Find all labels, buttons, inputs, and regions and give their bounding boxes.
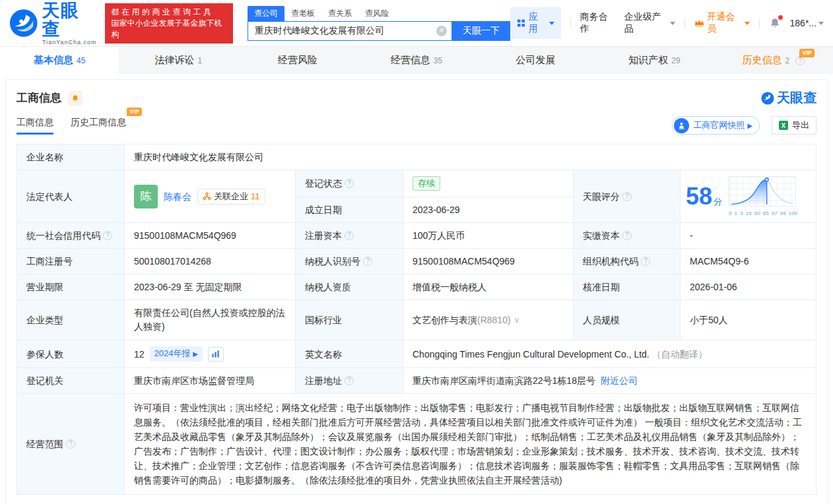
tab-label: 经营信息 xyxy=(391,54,430,67)
legal-rep-name-link[interactable]: 陈春会 xyxy=(164,190,191,203)
slogan-line1: 都在用的商业查询工具 xyxy=(112,7,226,18)
annual-report-label: 2024年报 xyxy=(154,348,191,358)
field-label-text: 组织机构代码 xyxy=(583,255,638,268)
field-label: 人员规模 xyxy=(574,300,681,340)
nearby-companies-link[interactable]: 附近公司 xyxy=(601,374,638,387)
field-label-text: 登记状态 xyxy=(305,177,342,190)
field-label: 核准日期 xyxy=(574,274,681,299)
field-label: 组织机构代码 xyxy=(574,249,681,274)
tab-legal-proceedings[interactable]: 法律诉讼 1 xyxy=(119,47,238,74)
chevron-down-icon xyxy=(549,22,554,28)
search-tabs: 查公司 查老板 查关系 查风险 xyxy=(248,6,510,21)
help-icon[interactable] xyxy=(622,192,632,201)
tab-intellectual-property[interactable]: 知识产权 29 xyxy=(595,47,714,74)
score-curve xyxy=(729,176,796,206)
slogan-line2: 国家中小企业发展子基金旗下机构 xyxy=(112,18,226,40)
help-icon[interactable] xyxy=(363,257,372,266)
help-icon[interactable] xyxy=(641,257,650,266)
snapshot-button-label: 工商官网快照 xyxy=(693,119,745,131)
slogan-banner: 都在用的商业查询工具 国家中小企业发展子基金旗下机构 xyxy=(105,3,233,44)
tab-count: 2 xyxy=(785,56,789,65)
chevron-down-icon[interactable]: ∨ xyxy=(514,313,520,327)
search-tab-relation[interactable]: 查关系 xyxy=(321,6,358,21)
export-button[interactable]: 导出 xyxy=(772,116,816,135)
field-label: 英文名称 xyxy=(296,340,403,367)
stamp-icon xyxy=(674,118,689,133)
tab-basic-info[interactable]: 基本信息 45 xyxy=(0,47,119,74)
english-name-value: Chongqing Times Fengjun Cultural Develop… xyxy=(413,348,650,361)
tianyancha-logo[interactable]: 天眼查 TianYanCha.com xyxy=(9,1,97,46)
chevron-down-icon xyxy=(818,22,824,28)
tab-operational-risk[interactable]: 经营风险 xyxy=(238,47,357,74)
industry-cell: 文艺创作与表演 (R8810) ∨ xyxy=(403,300,574,340)
field-label: 企业类型 xyxy=(17,300,125,340)
related-companies-badge[interactable]: 关联企业 11 xyxy=(197,189,265,205)
legal-rep-cell: 陈 陈春会 关联企业 11 xyxy=(125,170,296,222)
subtab-business-registration[interactable]: 工商信息 xyxy=(17,117,53,135)
score-value[interactable]: 58 分 xyxy=(686,185,722,208)
help-icon[interactable] xyxy=(345,179,354,188)
subtab-history-registration[interactable]: VIP 历史工商信息 xyxy=(71,117,126,135)
search-input[interactable] xyxy=(248,21,452,41)
help-icon[interactable] xyxy=(345,376,354,385)
nav-open-vip-label: 开通会员 xyxy=(707,11,741,35)
tianyancha-logo-icon xyxy=(9,9,38,38)
official-snapshot-button[interactable]: 工商官网快照 ▶ xyxy=(672,116,760,135)
search-button[interactable]: 天眼一下 xyxy=(452,21,510,41)
nav-business-cooperation[interactable]: 商务合作 xyxy=(580,11,615,35)
watermark-text: 天眼查 xyxy=(777,89,816,107)
clear-search-icon[interactable]: × xyxy=(436,26,447,36)
industry-code: (R8810) xyxy=(477,313,511,327)
field-label: 实缴资本 xyxy=(574,223,681,248)
table-row: 经营范围 许可项目：营业性演出；演出经纪；网络文化经营；电子出版物制作；出版物零… xyxy=(17,394,816,495)
chevron-down-icon xyxy=(670,22,675,28)
tab-label: 基本信息 xyxy=(34,54,73,67)
field-label-text: 统一社会信用代码 xyxy=(26,229,100,242)
status-badge: 存续 xyxy=(413,176,440,191)
tab-label: 历史信息 xyxy=(742,54,782,67)
nav-apps[interactable]: 应用 xyxy=(510,7,561,39)
reg-status-cell: 存续 xyxy=(403,170,573,197)
arrow-right-icon: ▶ xyxy=(193,350,198,358)
table-row: 营业期限 2023-06-29 至 无固定期限 纳税人资质 增值税一般纳税人 核… xyxy=(17,274,816,300)
chevron-down-icon xyxy=(745,22,750,28)
table-row: 法定代表人 陈 陈春会 关联企业 11 登记状态 xyxy=(17,170,816,223)
field-label: 纳税人识别号 xyxy=(296,249,403,274)
field-label-text: 经营范围 xyxy=(26,437,63,451)
related-count: 11 xyxy=(251,190,260,203)
tab-count: 35 xyxy=(434,56,442,65)
search-tab-risk[interactable]: 查风险 xyxy=(358,6,395,21)
search-tab-boss[interactable]: 查老板 xyxy=(284,6,321,21)
annual-report-badge[interactable]: 2024年报 ▶ xyxy=(150,346,203,362)
user-account[interactable]: 186*... xyxy=(790,18,824,28)
table-row: 企业类型 有限责任公司(自然人投资或控股的法人独资) 国标行业 文艺创作与表演 … xyxy=(17,300,816,340)
nav-enterprise-products[interactable]: 企业级产品 xyxy=(624,11,676,35)
approval-date-value: 2026-01-06 xyxy=(681,274,816,299)
tab-company-development[interactable]: 公司发展 xyxy=(476,47,595,74)
tab-history-info[interactable]: VIP 历史信息 2 xyxy=(714,47,833,74)
staff-size-value: 小于50人 xyxy=(681,300,816,340)
help-icon[interactable] xyxy=(103,231,112,240)
reg-number-value: 500108017014268 xyxy=(125,249,296,274)
help-icon[interactable] xyxy=(345,231,354,240)
nav-open-vip[interactable]: 开通会员 xyxy=(694,11,749,35)
help-icon[interactable] xyxy=(622,231,632,240)
divider xyxy=(684,18,685,28)
search-tab-company[interactable]: 查公司 xyxy=(248,6,284,21)
monitor-bell-button[interactable] xyxy=(68,91,83,106)
insured-trend-chart-button[interactable] xyxy=(208,347,224,362)
insured-cell: 12 2024年报 ▶ xyxy=(125,340,296,367)
auto-translate-note: （自动翻译） xyxy=(652,348,708,361)
field-label: 纳税人资质 xyxy=(296,274,403,299)
tab-label: 公司发展 xyxy=(516,54,555,67)
crown-icon xyxy=(694,19,704,27)
legal-rep-avatar[interactable]: 陈 xyxy=(134,185,158,208)
taxpayer-id-value: 91500108MACM54Q969 xyxy=(403,249,574,274)
help-icon[interactable] xyxy=(66,439,75,449)
tab-label: 知识产权 xyxy=(628,54,668,67)
notifications-bell[interactable] xyxy=(769,17,781,29)
field-label: 营业期限 xyxy=(17,274,125,299)
export-button-label: 导出 xyxy=(792,119,809,131)
nav-apps-label: 应用 xyxy=(529,11,546,35)
tab-business-info[interactable]: 经营信息 35 xyxy=(357,47,476,74)
